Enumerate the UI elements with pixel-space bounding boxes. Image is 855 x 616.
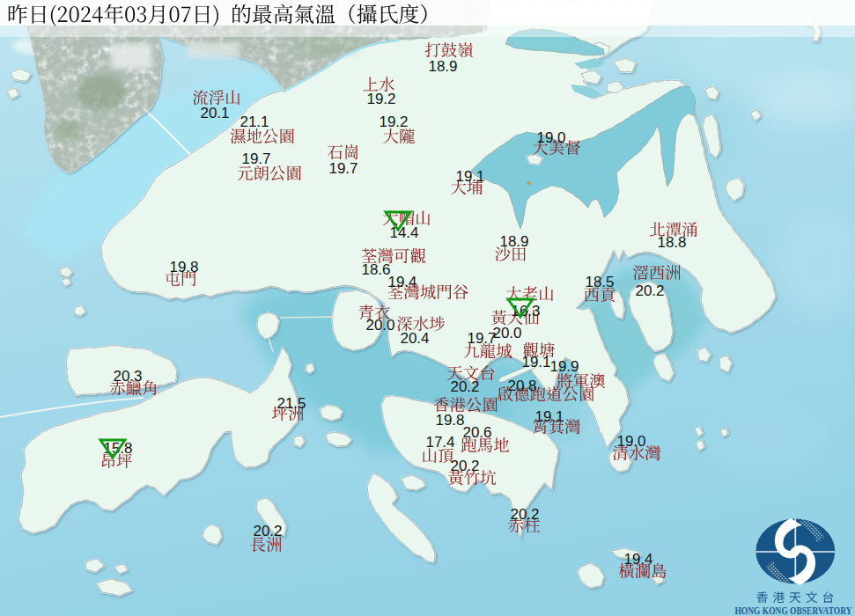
svg-text:20.2: 20.2 <box>510 506 539 523</box>
svg-text:19.7: 19.7 <box>241 150 270 167</box>
svg-text:20.2: 20.2 <box>450 458 479 474</box>
svg-text:19.4: 19.4 <box>623 551 652 568</box>
svg-text:19.1: 19.1 <box>534 408 564 425</box>
svg-text:19.2: 19.2 <box>366 91 395 107</box>
svg-text:20.3: 20.3 <box>113 368 142 385</box>
svg-text:18.6: 18.6 <box>361 261 390 278</box>
svg-text:19.8: 19.8 <box>169 259 198 275</box>
svg-text:20.2: 20.2 <box>253 523 282 539</box>
svg-text:19.2: 19.2 <box>379 114 408 130</box>
svg-text:19.9: 19.9 <box>549 358 579 375</box>
svg-text:14.4: 14.4 <box>389 224 418 241</box>
svg-text:18.9: 18.9 <box>428 58 457 75</box>
svg-text:20.0: 20.0 <box>492 325 521 341</box>
svg-text:17.4: 17.4 <box>425 434 454 451</box>
svg-text:19.8: 19.8 <box>435 412 464 429</box>
svg-text:21.5: 21.5 <box>276 395 306 412</box>
svg-text:20.2: 20.2 <box>635 282 664 299</box>
svg-text:20.4: 20.4 <box>400 330 429 347</box>
svg-text:20.0: 20.0 <box>365 317 394 334</box>
svg-text:20.2: 20.2 <box>450 378 479 395</box>
svg-text:20.6: 20.6 <box>462 424 491 441</box>
svg-text:19.7: 19.7 <box>467 330 496 347</box>
svg-text:19.0: 19.0 <box>536 129 565 146</box>
svg-text:19.0: 19.0 <box>616 433 645 450</box>
svg-text:18.9: 18.9 <box>499 233 528 250</box>
svg-text:HONG KONG OBSERVATORY: HONG KONG OBSERVATORY <box>735 604 852 616</box>
svg-text:19.1: 19.1 <box>455 168 484 185</box>
svg-text:18.5: 18.5 <box>585 274 614 290</box>
svg-text:19.4: 19.4 <box>387 274 416 290</box>
svg-text:20.8: 20.8 <box>507 378 536 394</box>
svg-text:18.8: 18.8 <box>657 234 686 251</box>
svg-text:19.7: 19.7 <box>328 160 357 177</box>
svg-text:20.1: 20.1 <box>200 105 229 121</box>
svg-text:19.1: 19.1 <box>521 354 550 370</box>
svg-text:21.1: 21.1 <box>240 114 269 130</box>
